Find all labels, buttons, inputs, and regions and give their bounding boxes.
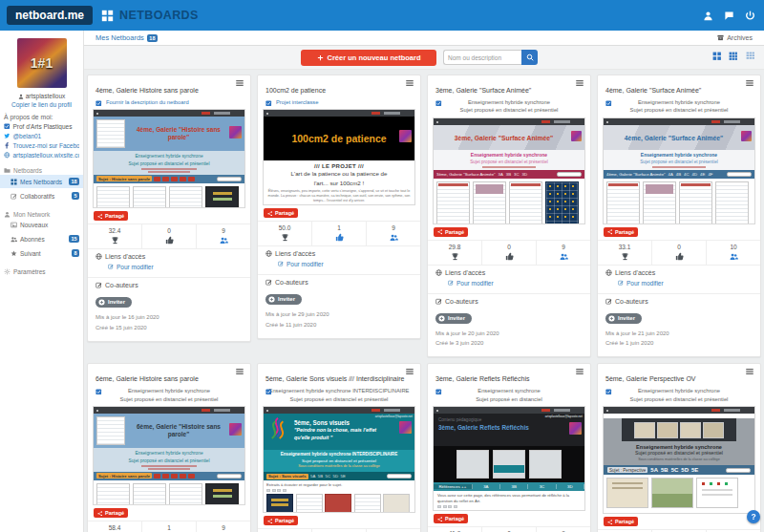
sidebar-item-label[interactable]: Mes Netboards [20,179,62,185]
coauthors-section[interactable]: Co-auteurs [258,274,420,289]
facebook-link[interactable]: Trouvez-moi sur Facebook [4,142,79,149]
website-label[interactable]: artsplastelloux.wixsite.com… [13,152,80,159]
create-netboard-label[interactable]: Créer un nouveau netboard [328,53,421,62]
card-title[interactable]: 4ème, Galerie Histoire sans parole [88,75,250,96]
netboard-thumbnail[interactable]: 4ème, Galerie "Surface Animée"Enseigneme… [603,117,755,224]
thumb-heading: /// LE PROJET /// [267,163,411,169]
card-title[interactable]: 3ème, Galerie "Surface Animée" [428,75,590,96]
view-small-grid-icon[interactable] [729,52,738,61]
twitter-handle[interactable]: @belan01 [13,133,42,139]
access-link-label[interactable]: Pour modifier [286,261,324,267]
card-title[interactable]: 5ème, Galerie Perspective OV [598,364,760,384]
likes-stat[interactable]: 1 [142,521,197,532]
description-checkbox[interactable] [265,388,272,394]
netboard-thumbnail[interactable]: artsplastelloux@laposte.netContenu pédag… [433,406,585,511]
card-menu-button[interactable] [235,367,244,376]
thumb-search-pill [217,177,242,181]
access-link-label[interactable]: Pour modifier [626,280,664,287]
avatar[interactable]: 1#1 [17,38,67,88]
search-button[interactable] [521,50,538,65]
description-checkbox[interactable] [605,388,612,394]
brand-logo[interactable]: netboard.me [7,6,93,25]
tab-label[interactable]: Mes Netboards [96,33,144,42]
sidebar-item-suivant[interactable]: Suivant 8 [0,246,83,260]
help-button[interactable]: ? [747,510,760,523]
copy-profile-link[interactable]: Copier le lien du profil [0,101,83,108]
sidebar-item-label[interactable]: Collaboratifs [20,193,54,200]
sidebar-item-parametres[interactable]: Paramètres [4,268,79,275]
netboard-thumbnail[interactable]: 100cm2 de patience/// LE PROJET ///L'art… [263,109,415,205]
card-menu-button[interactable] [745,78,754,88]
description-checkbox[interactable] [96,99,102,106]
description-checkbox[interactable] [265,99,272,106]
access-link-label[interactable]: Pour modifier [117,264,154,270]
archives-button[interactable]: Archives [717,34,753,41]
description-checkbox[interactable] [96,388,102,394]
card-title[interactable]: 100cm2 de patience [258,75,420,96]
thumb-preview [606,181,640,224]
user-icon[interactable] [703,11,713,21]
access-link[interactable]: Pour modifier [618,280,753,287]
sidebar-item-label[interactable]: Suivant [20,250,41,257]
likes-stat[interactable]: 1 [312,222,367,245]
likes-stat[interactable]: 0 [482,527,537,532]
access-link[interactable]: Pour modifier [278,261,413,267]
coauthors-section[interactable]: Co-auteurs [598,293,760,309]
invite-button[interactable]: Inviter [265,294,302,305]
views-stat: 50.0 [258,222,312,245]
sidebar-item-label[interactable]: Abonnés [20,236,45,243]
card-description-line[interactable]: Fournir la description du netboard [106,98,243,107]
invite-button[interactable]: Inviter [605,313,642,324]
card-menu-button[interactable] [405,78,414,88]
card-menu-button[interactable] [745,367,754,376]
likes-stat[interactable]: 0 [142,224,197,248]
website-link[interactable]: artsplastelloux.wixsite.com… [4,152,79,159]
card-menu-button[interactable] [575,367,584,376]
access-link[interactable]: Pour modifier [448,280,583,287]
access-link-label[interactable]: Pour modifier [456,280,494,287]
power-icon[interactable] [745,11,755,21]
tab-mes-netboards[interactable]: Mes Netboards 18 [96,33,158,42]
access-link[interactable]: Pour modifier [108,264,243,270]
card-title[interactable]: 6ème, Galerie Histoire sans parole [88,364,250,384]
card-menu-button[interactable] [405,367,414,376]
invite-button[interactable]: Inviter [435,313,472,324]
chat-icon[interactable] [724,11,734,21]
card-title[interactable]: 5ème, Galerie Sons visuels /// Interdisc… [258,364,420,384]
create-netboard-button[interactable]: Créer un nouveau netboard [301,50,436,66]
card-menu-button[interactable] [235,78,244,88]
netboard-thumbnail[interactable]: 4ème, Galerie "Histoire sans parole"Ense… [93,109,245,208]
netboard-thumbnail[interactable]: 3ème, Galerie "Surface Animée"Enseigneme… [433,117,585,224]
sidebar-item-label[interactable]: Nouveaux [20,222,48,228]
likes-stat[interactable]: 0 [482,241,537,265]
netboard-thumbnail[interactable]: Enseignement hybride synchroneSujet prop… [603,406,755,514]
view-large-grid-icon[interactable] [712,52,722,61]
sidebar-item-nouveaux[interactable]: Nouveaux [0,219,83,231]
sidebar-item-abonnes[interactable]: Abonnés 15 [0,232,83,245]
netboard-thumbnail[interactable]: artsplastelloux@laposte.net5ème, Sons vi… [263,406,415,513]
view-table-icon[interactable] [746,52,755,61]
coauthors-section[interactable]: Co-auteurs [428,293,590,309]
card-description-line[interactable]: Projet interclasse [276,98,413,107]
coauthors-section[interactable]: Co-auteurs [88,277,250,292]
sidebar-item-label[interactable]: Paramètres [13,268,46,275]
invite-button[interactable]: Inviter [96,297,132,308]
sidebar-item-mes-netboards[interactable]: Mes Netboards 18 [0,175,83,188]
card-title[interactable]: 4ème, Galerie "Surface Animée" [598,75,760,96]
card-title[interactable]: 3ème, Galerie Reflets Réfléchis [428,364,590,384]
description-checkbox[interactable] [435,99,442,106]
description-checkbox[interactable] [605,99,612,106]
search-input[interactable] [443,50,521,65]
card-description-line: Sujet proposé en distanciel et présentie… [605,395,753,404]
sidebar-item-collaboratifs[interactable]: Collaboratifs 5 [0,189,83,202]
thumbnail-browser-bar [264,110,414,117]
netboard-thumbnail[interactable]: 6ème, Galerie "Histoire sans parole"Ense… [93,406,245,505]
archives-label[interactable]: Archives [727,34,753,41]
card-menu-button[interactable] [575,78,584,88]
likes-stat[interactable]: 0 [652,241,707,265]
views-stat: 41.9 [428,527,482,532]
access-links-section: Liens d'accèsPour modifier [598,266,760,288]
facebook-label[interactable]: Trouvez-moi sur Facebook [13,142,80,149]
twitter-link[interactable]: @belan01 [4,133,79,139]
description-checkbox[interactable] [435,388,442,394]
